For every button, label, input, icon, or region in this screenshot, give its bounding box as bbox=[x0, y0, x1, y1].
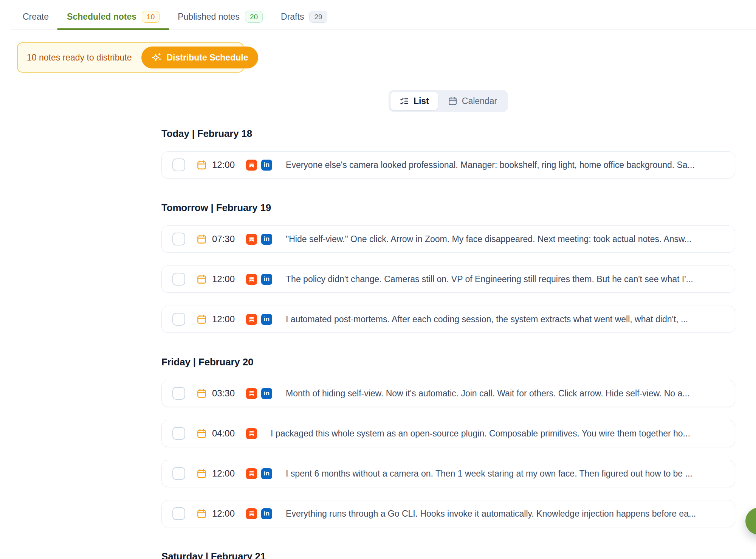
section-heading: Today | February 18 bbox=[161, 128, 735, 139]
note-row[interactable]: 12:00 in Everything runs through a Go CL… bbox=[161, 500, 735, 527]
list-checks-icon bbox=[400, 96, 409, 106]
schedule-calendar-icon bbox=[197, 274, 207, 284]
sparkles-icon bbox=[152, 53, 161, 62]
note-checkbox[interactable] bbox=[172, 158, 185, 171]
banner-text: 10 notes ready to distribute bbox=[27, 53, 132, 63]
platform-icons: in bbox=[246, 468, 272, 479]
tab-create[interactable]: Create bbox=[23, 4, 49, 29]
linkedin-icon: in bbox=[261, 160, 272, 171]
section-heading: Friday | February 20 bbox=[161, 356, 735, 368]
note-time: 12:00 bbox=[212, 508, 235, 519]
note-time: 03:30 bbox=[212, 388, 235, 399]
schedule-section: Saturday | February 21 bbox=[161, 551, 735, 559]
platform-icons: in bbox=[246, 508, 272, 519]
platform-icons: in bbox=[246, 314, 272, 325]
schedule-calendar-icon bbox=[197, 469, 207, 479]
platform-icons: in bbox=[246, 388, 272, 399]
note-time: 04:00 bbox=[212, 428, 235, 439]
note-preview-text: The policy didn't change. Cameras still … bbox=[286, 274, 724, 284]
note-checkbox[interactable] bbox=[172, 427, 185, 440]
platform-icons: in bbox=[246, 274, 272, 285]
section-rows: 12:00 in Everyone else's camera looked p… bbox=[161, 151, 735, 179]
linkedin-icon: in bbox=[261, 274, 272, 285]
calendar-view-label: Calendar bbox=[462, 96, 497, 106]
tab-published-notes[interactable]: Published notes 20 bbox=[178, 4, 263, 29]
note-checkbox[interactable] bbox=[172, 507, 185, 520]
note-row[interactable]: 07:30 in "Hide self-view." One click. Ar… bbox=[161, 225, 735, 253]
tab-list: Create Scheduled notes 10 Published note… bbox=[23, 4, 327, 29]
note-time: 12:00 bbox=[212, 314, 235, 325]
note-time: 12:00 bbox=[212, 274, 235, 284]
note-time: 12:00 bbox=[212, 160, 235, 170]
note-row[interactable]: 03:30 in Month of hiding self-view. Now … bbox=[161, 380, 735, 407]
section-heading: Saturday | February 21 bbox=[161, 551, 735, 559]
section-rows: 07:30 in "Hide self-view." One click. Ar… bbox=[161, 225, 735, 333]
note-time: 07:30 bbox=[212, 234, 235, 244]
tab-badge: 10 bbox=[142, 11, 160, 23]
note-row[interactable]: 12:00 in I automated post-mortems. After… bbox=[161, 306, 735, 333]
note-row[interactable]: 12:00 in Everyone else's camera looked p… bbox=[161, 151, 735, 179]
distribute-schedule-button[interactable]: Distribute Schedule bbox=[141, 47, 258, 68]
tab-badge: 20 bbox=[245, 11, 263, 23]
linkedin-icon: in bbox=[261, 508, 272, 519]
note-checkbox[interactable] bbox=[172, 467, 185, 480]
distribute-banner: 10 notes ready to distribute Distribute … bbox=[17, 42, 244, 73]
note-checkbox[interactable] bbox=[172, 387, 185, 400]
schedule-calendar-icon bbox=[197, 388, 207, 399]
tab-bar: Create Scheduled notes 10 Published note… bbox=[11, 4, 756, 30]
tab-scheduled-notes[interactable]: Scheduled notes 10 bbox=[67, 4, 160, 29]
calendar-view-button[interactable]: Calendar bbox=[439, 92, 506, 110]
schedule-calendar-icon bbox=[197, 429, 207, 439]
schedule-calendar-icon bbox=[197, 160, 207, 170]
schedule-calendar-icon bbox=[197, 509, 207, 519]
substack-icon bbox=[246, 468, 257, 479]
note-preview-text: "Hide self-view." One click. Arrow in Zo… bbox=[286, 234, 724, 244]
note-row[interactable]: 04:00 I packaged this whole system as an… bbox=[161, 420, 735, 447]
note-checkbox[interactable] bbox=[172, 313, 185, 326]
substack-icon bbox=[246, 388, 257, 399]
platform-icons bbox=[246, 428, 257, 439]
substack-icon bbox=[246, 428, 257, 439]
platform-icons: in bbox=[246, 160, 272, 171]
list-view-button[interactable]: List bbox=[390, 92, 438, 110]
note-row[interactable]: 12:00 in The policy didn't change. Camer… bbox=[161, 266, 735, 293]
note-preview-text: Everyone else's camera looked profession… bbox=[286, 160, 724, 170]
note-preview-text: I automated post-mortems. After each cod… bbox=[286, 314, 724, 325]
note-time: 12:00 bbox=[212, 468, 235, 479]
linkedin-icon: in bbox=[261, 314, 272, 325]
tab-label: Scheduled notes bbox=[67, 12, 136, 22]
substack-icon bbox=[246, 508, 257, 519]
schedule-calendar-icon bbox=[197, 234, 207, 244]
section-rows: 03:30 in Month of hiding self-view. Now … bbox=[161, 380, 735, 527]
view-toggle: List Calendar bbox=[389, 90, 508, 112]
linkedin-icon: in bbox=[261, 234, 272, 245]
substack-icon bbox=[246, 234, 257, 245]
view-toggle-wrap: List Calendar bbox=[161, 90, 735, 112]
linkedin-icon: in bbox=[261, 388, 272, 399]
note-row[interactable]: 12:00 in I spent 6 months without a came… bbox=[161, 460, 735, 487]
tab-label: Published notes bbox=[178, 12, 240, 22]
linkedin-icon: in bbox=[261, 468, 272, 479]
schedule-section: Tomorrow | February 19 07:30 in "Hide se… bbox=[161, 202, 735, 333]
tab-label: Drafts bbox=[281, 12, 304, 22]
schedule-calendar-icon bbox=[197, 314, 207, 325]
tab-drafts[interactable]: Drafts 29 bbox=[281, 4, 327, 29]
note-preview-text: Everything runs through a Go CLI. Hooks … bbox=[286, 509, 724, 519]
substack-icon bbox=[246, 274, 257, 285]
schedule-section: Today | February 18 12:00 in Everyone el… bbox=[161, 128, 735, 179]
note-checkbox[interactable] bbox=[172, 273, 185, 286]
note-preview-text: I spent 6 months without a camera on. Th… bbox=[286, 469, 724, 479]
chat-fab[interactable] bbox=[745, 508, 756, 535]
tab-badge: 29 bbox=[309, 11, 327, 23]
note-checkbox[interactable] bbox=[172, 233, 185, 245]
substack-icon bbox=[246, 160, 257, 171]
distribute-schedule-label: Distribute Schedule bbox=[166, 53, 248, 63]
note-preview-text: I packaged this whole system as an open-… bbox=[271, 429, 724, 439]
schedule-sections: Today | February 18 12:00 in Everyone el… bbox=[161, 128, 735, 559]
tab-label: Create bbox=[23, 12, 49, 22]
note-preview-text: Month of hiding self-view. Now it's auto… bbox=[286, 388, 724, 399]
list-view-label: List bbox=[414, 96, 429, 106]
schedule-section: Friday | February 20 03:30 in Month of h… bbox=[161, 356, 735, 527]
section-heading: Tomorrow | February 19 bbox=[161, 202, 735, 213]
platform-icons: in bbox=[246, 234, 272, 245]
